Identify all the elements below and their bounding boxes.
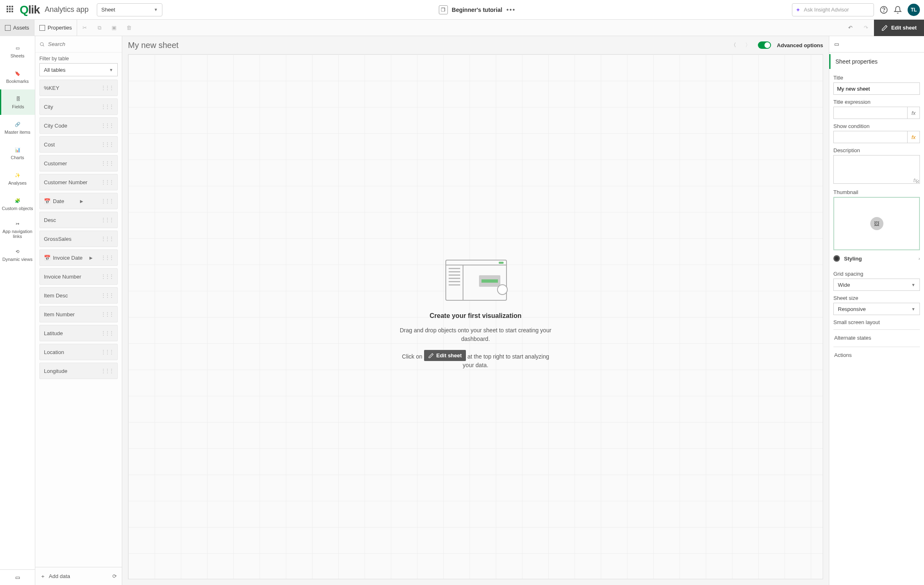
field-item[interactable]: Cost⋮⋮⋮	[39, 136, 118, 153]
title-input[interactable]	[833, 82, 920, 95]
undo-button[interactable]: ↶	[843, 20, 858, 36]
sheet-canvas[interactable]: Create your first visualization Drag and…	[128, 54, 823, 579]
filter-by-table-label: Filter by table	[35, 53, 122, 63]
field-item[interactable]: City⋮⋮⋮	[39, 98, 118, 115]
edit-sheet-button[interactable]: Edit sheet	[874, 20, 924, 36]
field-item[interactable]: GrossSales⋮⋮⋮	[39, 231, 118, 247]
field-item[interactable]: Item Number⋮⋮⋮	[39, 306, 118, 322]
avatar[interactable]: TL	[908, 4, 920, 16]
rail-bookmarks[interactable]: 🔖Bookmarks	[0, 64, 35, 89]
fields-panel: Filter by table All tables ▼ %KEY⋮⋮⋮City…	[35, 36, 122, 585]
app-launcher-icon[interactable]	[7, 6, 15, 14]
assets-button[interactable]: Assets	[0, 20, 34, 36]
rail-charts[interactable]: 📊Charts	[0, 140, 35, 166]
link-icon: 🔗	[14, 121, 21, 128]
table-dropdown[interactable]: All tables ▼	[39, 63, 118, 76]
drag-handle-icon[interactable]: ⋮⋮⋮	[101, 217, 113, 223]
rail-analyses[interactable]: ✨Analyses	[0, 166, 35, 191]
show-cond-fx-button[interactable]: fx	[908, 131, 920, 143]
paste-button[interactable]: ▣	[107, 20, 121, 36]
field-name: Latitude	[44, 330, 63, 336]
thumbnail-picker[interactable]: 🖼	[833, 197, 920, 250]
show-cond-input[interactable]	[833, 131, 908, 143]
sheet-size-select[interactable]: Responsive ▼	[833, 303, 920, 315]
drag-handle-icon[interactable]: ⋮⋮⋮	[101, 160, 113, 166]
description-fx-icon[interactable]: fx	[913, 177, 917, 183]
drag-handle-icon[interactable]: ⋮⋮⋮	[101, 236, 113, 242]
app-icon: ❐	[439, 5, 448, 14]
drag-handle-icon[interactable]: ⋮⋮⋮	[101, 255, 113, 261]
expand-icon[interactable]: ▶	[89, 256, 93, 260]
drag-handle-icon[interactable]: ⋮⋮⋮	[101, 330, 113, 336]
field-item[interactable]: %KEY⋮⋮⋮	[39, 80, 118, 96]
refresh-button[interactable]: ⟳	[112, 573, 117, 579]
description-input[interactable]	[833, 155, 920, 184]
drag-handle-icon[interactable]: ⋮⋮⋮	[101, 104, 113, 110]
drag-handle-icon[interactable]: ⋮⋮⋮	[101, 142, 113, 147]
field-item[interactable]: Latitude⋮⋮⋮	[39, 325, 118, 341]
field-item[interactable]: Desc⋮⋮⋮	[39, 212, 118, 228]
styling-section[interactable]: Styling ›	[833, 250, 920, 267]
redo-button[interactable]: ↷	[858, 20, 874, 36]
props-tabs[interactable]: ▭	[829, 36, 924, 53]
topbar: Qlik Analytics app Sheet ▼ ❐ Beginner's …	[0, 0, 924, 20]
field-name: Longitude	[44, 368, 67, 374]
drag-handle-icon[interactable]: ⋮⋮⋮	[101, 274, 113, 279]
drag-handle-icon[interactable]: ⋮⋮⋮	[101, 198, 113, 204]
field-item[interactable]: Location⋮⋮⋮	[39, 344, 118, 360]
description-label: Description	[833, 147, 920, 153]
drag-handle-icon[interactable]: ⋮⋮⋮	[101, 349, 113, 355]
advanced-options-toggle[interactable]	[758, 41, 771, 49]
rail-master-items[interactable]: 🔗Master items	[0, 115, 35, 140]
properties-button[interactable]: Properties	[34, 20, 77, 36]
rail-app-nav-links[interactable]: ↣App navigation links	[0, 217, 35, 242]
more-options-icon[interactable]: •••	[506, 6, 516, 14]
field-item[interactable]: City Code⋮⋮⋮	[39, 117, 118, 134]
copy-button[interactable]: ⧉	[92, 20, 107, 36]
empty-prefix: Click on	[402, 353, 422, 360]
bell-icon[interactable]	[894, 6, 902, 14]
grid-spacing-select[interactable]: Wide ▼	[833, 279, 920, 291]
field-item[interactable]: 📅Invoice Date▶⋮⋮⋮	[39, 249, 118, 266]
rail-sheets[interactable]: ▭Sheets	[0, 39, 35, 64]
app-name: Analytics app	[45, 5, 89, 14]
field-name: Location	[44, 349, 64, 355]
field-name: Invoice Date	[53, 255, 82, 261]
title-label: Title	[833, 75, 920, 81]
next-sheet-button[interactable]: 〉	[744, 41, 752, 49]
title-expr-input[interactable]	[833, 107, 908, 119]
insight-advisor-input[interactable]: ✦ Ask Insight Advisor	[792, 3, 874, 16]
field-item[interactable]: 📅Date▶⋮⋮⋮	[39, 193, 118, 209]
add-data-button[interactable]: ＋ Add data	[40, 573, 70, 580]
advanced-options-label: Advanced options	[777, 42, 823, 48]
rail-footer-icon[interactable]: ▭	[0, 569, 35, 585]
small-screen-label: Small screen layout	[833, 319, 920, 325]
rail-custom-objects[interactable]: 🧩Custom objects	[0, 191, 35, 217]
properties-panel: ▭ Sheet properties Title Title expressio…	[829, 36, 924, 585]
drag-handle-icon[interactable]: ⋮⋮⋮	[101, 179, 113, 185]
field-item[interactable]: Customer Number⋮⋮⋮	[39, 174, 118, 190]
actions-section[interactable]: Actions	[833, 347, 920, 363]
prev-sheet-button[interactable]: 〈	[729, 41, 738, 49]
sheet-dropdown[interactable]: Sheet ▼	[97, 3, 162, 16]
drag-handle-icon[interactable]: ⋮⋮⋮	[101, 368, 113, 374]
help-icon[interactable]	[880, 6, 888, 14]
expand-icon[interactable]: ▶	[80, 199, 83, 203]
alternate-states-section[interactable]: Alternate states	[833, 329, 920, 346]
drag-handle-icon[interactable]: ⋮⋮⋮	[101, 311, 113, 317]
field-item[interactable]: Customer⋮⋮⋮	[39, 155, 118, 171]
rail-fields[interactable]: 🗄Fields	[0, 89, 35, 115]
field-item[interactable]: Longitude⋮⋮⋮	[39, 363, 118, 379]
drag-handle-icon[interactable]: ⋮⋮⋮	[101, 85, 113, 91]
nav-icon: ↣	[14, 220, 21, 227]
drag-handle-icon[interactable]: ⋮⋮⋮	[101, 292, 113, 298]
rail-dynamic-views[interactable]: ⟲Dynamic views	[0, 242, 35, 267]
field-item[interactable]: Item Desc⋮⋮⋮	[39, 287, 118, 304]
cut-button[interactable]: ✂	[77, 20, 92, 36]
title-expr-fx-button[interactable]: fx	[908, 107, 920, 119]
delete-button[interactable]: 🗑	[121, 20, 136, 36]
drag-handle-icon[interactable]: ⋮⋮⋮	[101, 123, 113, 128]
field-item[interactable]: Invoice Number⋮⋮⋮	[39, 268, 118, 285]
pencil-icon	[881, 25, 888, 31]
search-input[interactable]	[48, 41, 118, 47]
